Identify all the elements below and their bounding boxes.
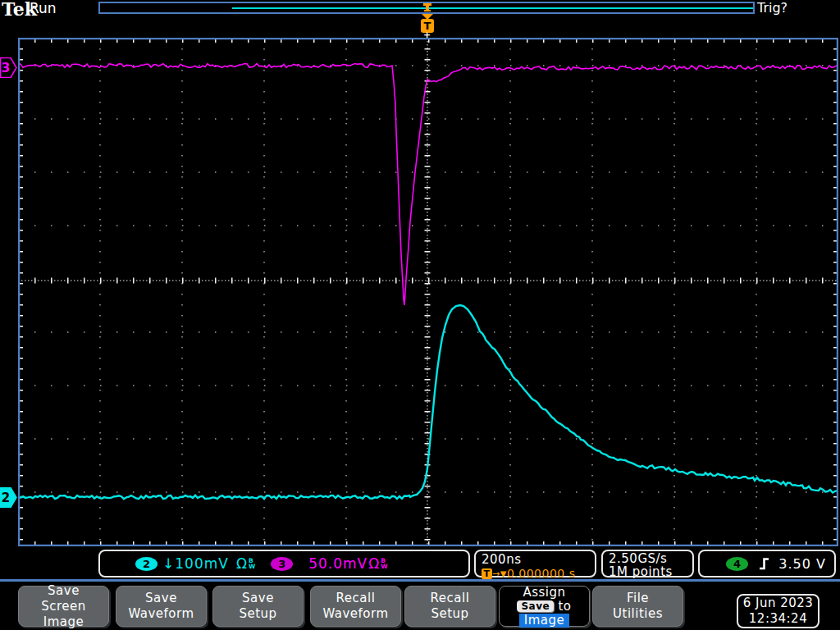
save-screen-image-button[interactable]: SaveScreen Image <box>18 586 109 627</box>
channel-readout-box[interactable]: 2 ↓100mV Ω BW 3 50.0mV Ω BW <box>98 550 470 578</box>
waveform-ch2 <box>18 305 838 499</box>
trigger-readout-box[interactable]: 4 3.50 V <box>698 550 836 578</box>
ch2-ground-marker[interactable]: 2 <box>0 487 17 508</box>
record-length: 1M points <box>609 565 692 578</box>
assign-target-highlight: Image <box>519 614 569 628</box>
ch2-scale: ↓100mV <box>162 555 229 572</box>
recall-setup-button[interactable]: RecallSetup <box>404 586 495 627</box>
graticule <box>18 38 838 546</box>
trigger-source-badge: 4 <box>726 557 748 571</box>
svg-text:3: 3 <box>2 61 10 75</box>
trigger-t-icon: T <box>482 568 492 579</box>
recall-waveform-button[interactable]: RecallWaveform <box>310 586 401 627</box>
file-utilities-button[interactable]: FileUtilities <box>592 586 683 627</box>
trigger-position-readout: T→▼0.000000 s <box>482 567 595 580</box>
datetime-box: 6 Jun 2023 12:34:24 <box>737 594 819 628</box>
record-view-bar[interactable] <box>98 2 755 14</box>
trigger-status-label: Trig? <box>757 0 788 16</box>
record-view-waveform <box>232 7 753 9</box>
save-waveform-button[interactable]: SaveWaveform <box>116 586 207 627</box>
time: 12:34:24 <box>738 611 818 627</box>
record-trigger-marker-base[interactable] <box>424 10 431 11</box>
acquisition-status: Run <box>30 0 57 16</box>
date: 6 Jun 2023 <box>738 596 818 611</box>
separator-line <box>0 579 840 582</box>
trigger-level: 3.50 V <box>778 556 826 572</box>
svg-text:2: 2 <box>2 491 10 505</box>
ch3-ground-marker[interactable]: 3 <box>0 57 17 78</box>
trigger-slope-icon <box>759 557 770 571</box>
ch2-badge[interactable]: 2 <box>135 557 158 571</box>
horizontal-readout-box[interactable]: 200ns T→▼0.000000 s <box>474 550 596 578</box>
waveform-ch3 <box>18 64 838 305</box>
save-pill-icon: Save <box>517 600 554 612</box>
ch3-badge[interactable]: 3 <box>271 557 293 571</box>
acquisition-readout-box[interactable]: 2.50GS/s 1M points <box>601 550 694 578</box>
save-setup-button[interactable]: SaveSetup <box>212 586 304 627</box>
ch3-coupling: Ω <box>368 555 380 572</box>
sample-rate: 2.50GS/s <box>609 552 692 565</box>
ch3-scale: 50.0mV <box>308 555 368 572</box>
oscilloscope-screen: Tek Run Trig? T + <box>0 0 840 630</box>
assign-save-button[interactable]: Assign Save to Image <box>499 586 590 627</box>
ch2-bandwidth-icon: BW <box>249 558 255 569</box>
time-per-div: 200ns <box>482 552 595 567</box>
ch3-bandwidth-icon: BW <box>381 558 387 569</box>
ch2-coupling: Ω <box>236 555 248 572</box>
